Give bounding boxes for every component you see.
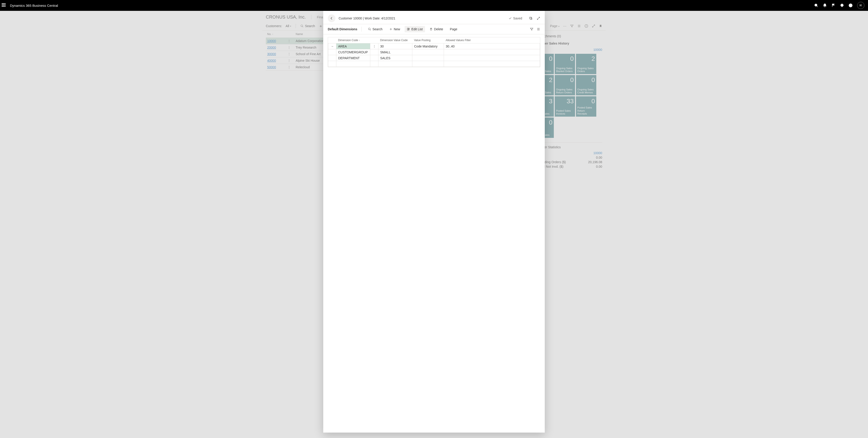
svg-point-0 (815, 4, 817, 6)
dimension-code-cell[interactable] (336, 61, 370, 67)
topbar-right: IK (814, 2, 866, 9)
dimension-code-cell[interactable]: DEPARTMENT (336, 55, 370, 61)
allowed-values-cell[interactable] (444, 61, 540, 67)
default-dimensions-modal: Customer 10000 | Work Date: 4/12/2021 Sa… (323, 11, 545, 433)
arrow-left-icon (330, 17, 333, 20)
dimension-value-cell[interactable]: SMALL (378, 49, 412, 55)
edit-list-icon (407, 28, 410, 31)
gear-icon[interactable] (840, 3, 844, 7)
topbar-left: Dynamics 365 Business Central (2, 3, 58, 8)
search-icon[interactable] (814, 3, 818, 7)
avatar[interactable]: IK (857, 2, 864, 9)
dimension-code-cell[interactable]: AREA (336, 43, 370, 49)
expand-icon[interactable] (537, 17, 540, 20)
page-button[interactable]: Page (447, 26, 460, 32)
dimension-code-cell[interactable]: CUSTOMERGROUP (336, 49, 370, 55)
saved-label: Saved (513, 17, 522, 20)
value-posting-cell[interactable] (412, 55, 444, 61)
app-launcher-icon[interactable] (2, 3, 6, 8)
product-title: Dynamics 365 Business Central (10, 4, 58, 7)
svg-point-14 (368, 28, 370, 30)
row-menu-icon[interactable]: ⋮ (370, 43, 378, 49)
new-button[interactable]: New (387, 26, 402, 32)
table-row[interactable]: DEPARTMENTSALES (328, 55, 540, 61)
svg-line-15 (370, 30, 371, 31)
dimensions-table[interactable]: Dimension Code ↑ Dimension Value Code Va… (328, 37, 540, 67)
row-indicator-icon (328, 55, 336, 61)
new-label: New (394, 27, 400, 31)
table-row[interactable]: →AREA⋮30Code Mandatory30..40 (328, 43, 540, 49)
table-row[interactable] (328, 61, 540, 67)
saved-indicator: Saved (508, 17, 522, 20)
modal-search-button[interactable]: Search (366, 26, 385, 32)
table-row[interactable]: CUSTOMERGROUPSMALL (328, 49, 540, 55)
col-dim-code[interactable]: Dimension Code ↑ (336, 37, 370, 43)
row-indicator-icon: → (328, 43, 336, 49)
modal-top-icons (529, 17, 540, 20)
modal-titlebar: Customer 10000 | Work Date: 4/12/2021 Sa… (323, 11, 545, 24)
row-indicator-icon (328, 61, 336, 67)
filter-icon[interactable] (530, 27, 533, 31)
col-value-posting[interactable]: Value Posting (412, 37, 444, 43)
allowed-values-cell[interactable] (444, 49, 540, 55)
tab-default-dimensions[interactable]: Default Dimensions (328, 26, 358, 32)
delete-label: Delete (434, 27, 443, 31)
sort-asc-icon: ↑ (359, 39, 360, 41)
edit-list-button[interactable]: Edit List (405, 26, 425, 32)
modal-search-label: Search (373, 27, 382, 31)
dimensions-grid: Dimension Code ↑ Dimension Value Code Va… (328, 37, 540, 67)
svg-line-1 (817, 6, 818, 7)
allowed-values-cell[interactable]: 30..40 (444, 43, 540, 49)
bell-icon[interactable] (823, 3, 827, 7)
col-dim-value[interactable]: Dimension Value Code (378, 37, 412, 43)
value-posting-cell[interactable] (412, 49, 444, 55)
trash-icon (430, 28, 433, 31)
value-posting-cell[interactable] (412, 61, 444, 67)
allowed-values-cell[interactable] (444, 55, 540, 61)
page-area: CRONUS USA, Inc. Finance ▾ Customers: Al… (0, 11, 868, 438)
col-row-menu (370, 37, 378, 43)
popout-icon[interactable] (529, 17, 532, 20)
value-posting-cell[interactable]: Code Mandatory (412, 43, 444, 49)
modal-toolbar: Default Dimensions Search New Edit List … (323, 24, 545, 34)
row-indicator-icon (328, 49, 336, 55)
flag-icon[interactable] (831, 3, 835, 7)
help-icon[interactable] (848, 3, 852, 7)
col-row-indicator (328, 37, 336, 43)
dimension-value-cell[interactable] (378, 61, 412, 67)
modal-overlay: Customer 10000 | Work Date: 4/12/2021 Sa… (0, 11, 868, 438)
col-allowed[interactable]: Allowed Values Filter (444, 37, 540, 43)
topbar: Dynamics 365 Business Central IK (0, 0, 868, 11)
back-button[interactable] (328, 14, 336, 22)
row-menu-icon[interactable] (370, 55, 378, 61)
modal-title: Customer 10000 | Work Date: 4/12/2021 (339, 17, 505, 20)
list-icon[interactable] (537, 27, 540, 31)
row-menu-icon[interactable] (370, 49, 378, 55)
modal-toolbar-right (530, 27, 540, 31)
check-icon (508, 17, 512, 20)
dimension-value-cell[interactable]: 30 (378, 43, 412, 49)
dimension-value-cell[interactable]: SALES (378, 55, 412, 61)
plus-icon (389, 28, 393, 31)
page-label: Page (450, 27, 457, 31)
edit-list-label: Edit List (411, 27, 423, 31)
row-menu-icon[interactable] (370, 61, 378, 67)
search-icon (368, 28, 371, 31)
delete-button[interactable]: Delete (427, 26, 445, 32)
